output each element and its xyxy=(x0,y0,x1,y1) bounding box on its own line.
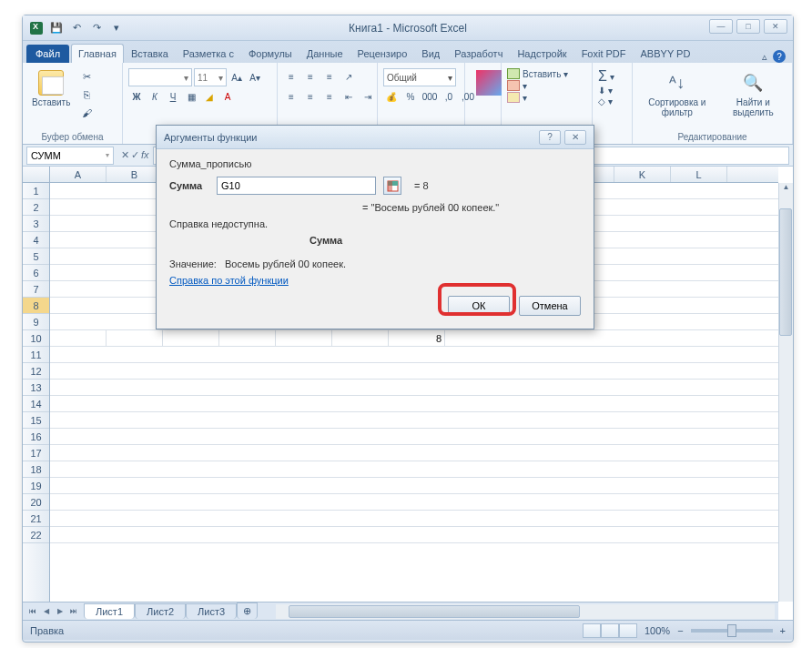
sheet-tab[interactable]: Лист2 xyxy=(135,603,186,619)
tab-home[interactable]: Главная xyxy=(71,44,124,63)
insert-cells-button[interactable]: Вставить▾ xyxy=(507,68,568,79)
font-select[interactable]: ▾ xyxy=(128,68,192,86)
tab-review[interactable]: Рецензиро xyxy=(350,44,415,63)
row-header[interactable]: 9 xyxy=(23,314,49,330)
row-header[interactable]: 15 xyxy=(23,412,49,429)
row-header[interactable]: 21 xyxy=(23,511,49,527)
row-header[interactable]: 2 xyxy=(23,199,49,216)
row-header[interactable]: 19 xyxy=(23,478,49,494)
tab-formulas[interactable]: Формулы xyxy=(241,44,299,63)
indent-dec-icon[interactable]: ⇤ xyxy=(340,88,357,105)
tab-foxit[interactable]: Foxit PDF xyxy=(574,44,634,63)
row-header[interactable]: 14 xyxy=(23,396,49,412)
undo-icon[interactable]: ↶ xyxy=(68,20,85,36)
decrease-font-icon[interactable]: A▾ xyxy=(247,69,263,86)
range-selector-icon[interactable] xyxy=(383,177,401,195)
row-header[interactable]: 18 xyxy=(23,461,49,478)
sheet-tab[interactable]: Лист3 xyxy=(186,603,237,619)
paste-button[interactable]: Вставить xyxy=(28,68,74,109)
ribbon-minimize-icon[interactable]: ▵ xyxy=(762,51,767,63)
autosum-icon[interactable]: Σ▾ xyxy=(598,68,614,85)
align-bot-icon[interactable]: ≡ xyxy=(321,68,338,85)
layout-view-icon[interactable] xyxy=(601,623,619,638)
enter-formula-icon[interactable]: ✓ xyxy=(131,149,139,161)
zoom-slider[interactable] xyxy=(691,629,773,633)
tab-abbyy[interactable]: ABBYY PD xyxy=(634,44,698,63)
find-select-button[interactable]: 🔍 Найти и выделить xyxy=(720,68,787,119)
tab-view[interactable]: Вид xyxy=(414,44,447,63)
horizontal-scrollbar[interactable] xyxy=(276,604,775,619)
tab-developer[interactable]: Разработч xyxy=(447,44,510,63)
format-painter-icon[interactable]: 🖌 xyxy=(77,105,96,121)
font-color-icon[interactable]: A xyxy=(219,88,236,105)
name-box[interactable]: СУММ▾ xyxy=(26,147,114,165)
col-header[interactable]: A xyxy=(50,167,107,182)
minimize-button[interactable]: — xyxy=(709,19,733,34)
row-header[interactable]: 10 xyxy=(23,330,49,347)
align-left-icon[interactable]: ≡ xyxy=(283,88,299,105)
increase-font-icon[interactable]: A▴ xyxy=(228,69,245,86)
arg-input-summa[interactable] xyxy=(217,177,376,195)
delete-cells-button[interactable]: ▾ xyxy=(507,80,568,91)
comma-icon[interactable]: 000 xyxy=(421,88,438,105)
font-size-select[interactable]: 11▾ xyxy=(194,68,227,86)
tab-next-icon[interactable]: ▶ xyxy=(54,607,66,615)
qat-dropdown-icon[interactable]: ▾ xyxy=(108,20,125,36)
bold-icon[interactable]: Ж xyxy=(128,88,145,105)
row-header[interactable]: 16 xyxy=(23,429,49,445)
fill-color-icon[interactable]: ◢ xyxy=(201,88,218,105)
scroll-thumb[interactable] xyxy=(779,208,792,336)
dialog-close-button[interactable]: ✕ xyxy=(564,130,586,145)
underline-icon[interactable]: Ч xyxy=(165,88,181,105)
maximize-button[interactable]: □ xyxy=(736,19,760,34)
align-mid-icon[interactable]: ≡ xyxy=(302,68,319,85)
row-header[interactable]: 1 xyxy=(23,183,49,199)
help-icon[interactable]: ? xyxy=(773,50,786,63)
scroll-up-icon[interactable]: ▲ xyxy=(779,183,793,196)
save-icon[interactable]: 💾 xyxy=(48,20,65,36)
copy-icon[interactable]: ⎘ xyxy=(77,86,96,103)
border-icon[interactable]: ▦ xyxy=(183,88,199,105)
vertical-scrollbar[interactable]: ▲ xyxy=(778,183,793,602)
row-header[interactable]: 8 xyxy=(23,298,49,314)
dialog-help-button[interactable]: ? xyxy=(539,130,561,145)
close-button[interactable]: ✕ xyxy=(764,19,787,34)
function-help-link[interactable]: Справка по этой функции xyxy=(169,275,581,286)
tab-pagelayout[interactable]: Разметка с xyxy=(176,44,241,63)
sort-filter-button[interactable]: ᴬ↓ Сортировка и фильтр xyxy=(638,68,716,119)
fill-icon[interactable]: ⬇▾ xyxy=(598,86,614,96)
clear-icon[interactable]: ◇▾ xyxy=(598,96,614,106)
tab-first-icon[interactable]: ⏮ xyxy=(26,607,39,615)
tab-addins[interactable]: Надстройк xyxy=(510,44,573,63)
orientation-icon[interactable]: ↗ xyxy=(340,68,357,85)
normal-view-icon[interactable] xyxy=(583,623,601,638)
zoom-level[interactable]: 100% xyxy=(645,625,670,636)
cancel-button[interactable]: Отмена xyxy=(519,296,581,316)
row-header[interactable]: 7 xyxy=(23,281,49,298)
number-format-select[interactable]: Общий▾ xyxy=(383,68,456,86)
col-header[interactable]: K xyxy=(614,167,671,182)
tab-last-icon[interactable]: ⏭ xyxy=(67,607,80,615)
row-header[interactable]: 20 xyxy=(23,494,49,511)
tab-file[interactable]: Файл xyxy=(26,45,69,63)
align-right-icon[interactable]: ≡ xyxy=(321,88,338,105)
row-header[interactable]: 5 xyxy=(23,248,49,265)
cell-g10[interactable]: 8 xyxy=(389,330,445,346)
row-header[interactable]: 17 xyxy=(23,445,49,461)
percent-icon[interactable]: % xyxy=(402,88,419,105)
row-header[interactable]: 12 xyxy=(23,363,49,380)
zoom-in-icon[interactable]: + xyxy=(780,625,786,636)
row-header[interactable]: 6 xyxy=(23,265,49,281)
pagebreak-view-icon[interactable] xyxy=(619,623,637,638)
sheet-tab[interactable]: Лист1 xyxy=(84,603,135,619)
inc-decimal-icon[interactable]: ,0 xyxy=(441,88,457,105)
row-header[interactable]: 11 xyxy=(23,347,49,363)
currency-icon[interactable]: 💰 xyxy=(383,88,400,105)
row-header[interactable]: 22 xyxy=(23,527,49,543)
row-header[interactable]: 3 xyxy=(23,216,49,232)
select-all-corner[interactable] xyxy=(23,167,50,182)
fx-icon[interactable]: fx xyxy=(141,149,149,161)
align-top-icon[interactable]: ≡ xyxy=(283,68,299,85)
cut-icon[interactable]: ✂ xyxy=(77,68,96,85)
tab-data[interactable]: Данные xyxy=(299,44,350,63)
